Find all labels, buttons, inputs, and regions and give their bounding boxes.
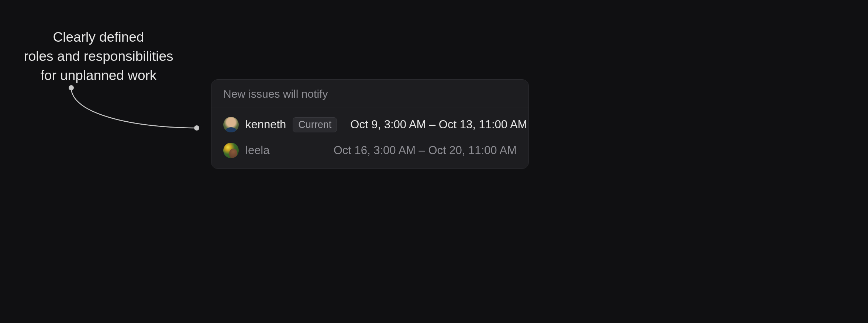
avatar: [223, 117, 239, 132]
schedule-time: Oct 9, 3:00 AM – Oct 13, 11:00 AM: [350, 118, 527, 131]
svg-point-0: [69, 85, 74, 90]
annotation-text: Clearly defined roles and responsibiliti…: [19, 28, 178, 85]
svg-point-1: [194, 125, 199, 131]
user-name: leela: [245, 144, 270, 157]
annotation-line: for unplanned work: [19, 66, 178, 85]
notify-panel: New issues will notify kenneth Current O…: [211, 79, 529, 169]
panel-header: New issues will notify: [211, 80, 528, 108]
schedule-row[interactable]: kenneth Current Oct 9, 3:00 AM – Oct 13,…: [211, 112, 528, 138]
current-badge: Current: [293, 117, 337, 132]
panel-body: kenneth Current Oct 9, 3:00 AM – Oct 13,…: [211, 108, 528, 169]
annotation-line: roles and responsibilities: [19, 47, 178, 66]
avatar: [223, 143, 239, 158]
connector-line-icon: [68, 85, 201, 131]
user-name: kenneth: [245, 118, 286, 131]
schedule-row[interactable]: leela Oct 16, 3:00 AM – Oct 20, 11:00 AM: [211, 138, 528, 163]
schedule-time: Oct 16, 3:00 AM – Oct 20, 11:00 AM: [334, 144, 517, 157]
annotation-line: Clearly defined: [19, 28, 178, 47]
